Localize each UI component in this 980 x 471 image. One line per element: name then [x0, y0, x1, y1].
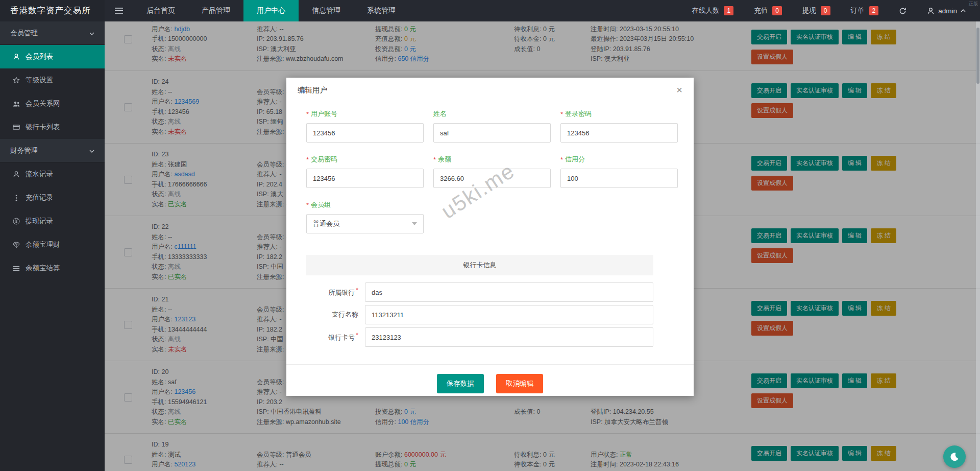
refresh-icon[interactable] — [899, 7, 906, 15]
list-icon — [12, 266, 20, 271]
stat-badge: 1 — [724, 6, 733, 15]
modal-title: 编辑用户 — [298, 85, 327, 95]
form-label: *会员组 — [306, 200, 424, 209]
nav-stat-在线人数[interactable]: 在线人数1 — [692, 6, 733, 15]
sidebar-item-余额宝理财[interactable]: 余额宝理财 — [0, 233, 105, 256]
user-name: admin — [938, 7, 957, 15]
card-icon — [12, 124, 20, 130]
sidebar-item-等级设置[interactable]: 等级设置 — [0, 68, 105, 92]
user-menu[interactable]: admin — [927, 7, 966, 15]
form-label: *用户账号 — [306, 109, 424, 119]
dots-icon — [12, 195, 20, 201]
sidebar-item-银行卡列表[interactable]: 银行卡列表 — [0, 115, 105, 139]
form-label: 姓名 — [433, 109, 551, 119]
modal-header: 编辑用户 × — [286, 78, 694, 102]
stat-label: 充值 — [754, 6, 768, 15]
bank-section-header: 银行卡信息 — [306, 255, 653, 275]
stat-label: 订单 — [851, 6, 865, 15]
scrollbar-track[interactable] — [976, 21, 980, 471]
app-logo: 香港数字资产交易所 — [0, 0, 105, 21]
save-button[interactable]: 保存数据 — [437, 374, 484, 393]
bank-field-branch-name: 支行名称 — [306, 305, 674, 324]
required-asterisk: * — [560, 110, 563, 118]
bank-name-input[interactable] — [365, 282, 653, 302]
user-icon — [12, 53, 20, 60]
select-value: 普通会员 — [313, 219, 339, 228]
sidebar-group-财务管理[interactable]: 财务管理 — [0, 139, 105, 162]
nav-item-系统管理[interactable]: 系统管理 — [354, 0, 409, 21]
form-label: *登录密码 — [560, 109, 678, 119]
form-field-login-password: *登录密码 — [560, 109, 678, 143]
chevron-down-icon — [89, 29, 94, 37]
sidebar-item-流水记录[interactable]: 流水记录 — [0, 162, 105, 186]
nav-item-用户中心[interactable]: 用户中心 — [243, 0, 299, 21]
users-icon — [12, 101, 20, 107]
user-account-input[interactable] — [306, 123, 424, 143]
member-group-select[interactable]: 普通会员 — [306, 214, 424, 233]
sidebar-item-会员关系网[interactable]: 会员关系网 — [0, 92, 105, 115]
chevron-up-icon — [961, 9, 966, 12]
close-icon[interactable]: × — [676, 85, 682, 95]
form-label: *余额 — [433, 155, 551, 164]
nav-stats: 在线人数1充值0提现0订单2 — [692, 6, 878, 15]
form-field-credit-score: *信用分 — [560, 155, 678, 188]
nav-stat-充值[interactable]: 充值0 — [754, 6, 782, 15]
sidebar-group-会员管理[interactable]: 会员管理 — [0, 21, 105, 45]
stat-badge: 2 — [869, 6, 879, 15]
nav-item-产品管理[interactable]: 产品管理 — [188, 0, 243, 21]
stat-label: 提现 — [802, 6, 816, 15]
moon-icon — [949, 452, 960, 462]
sidebar-group-label: 会员管理 — [10, 29, 38, 38]
menu-toggle-icon[interactable] — [105, 0, 133, 21]
sidebar-item-充值记录[interactable]: 充值记录 — [0, 186, 105, 209]
sidebar-item-label: 银行卡列表 — [26, 123, 60, 132]
card-number-input[interactable] — [365, 327, 653, 347]
required-asterisk: * — [306, 110, 309, 118]
form-field-balance: *余额 — [433, 155, 551, 188]
credit-score-input[interactable] — [560, 169, 678, 188]
modal-fields: *用户账号姓名*登录密码*交易密码*余额*信用分 — [306, 109, 674, 188]
login-password-input[interactable] — [560, 123, 678, 143]
user-icon — [927, 7, 935, 15]
star-icon — [12, 77, 20, 84]
sidebar-item-会员列表[interactable]: 会员列表 — [0, 45, 105, 68]
required-asterisk: * — [433, 156, 436, 163]
sidebar-item-label: 提现记录 — [26, 217, 53, 226]
bank-label: 所属银行* — [306, 287, 365, 297]
real-name-input[interactable] — [433, 123, 551, 143]
required-asterisk: * — [356, 287, 358, 294]
scrollbar-thumb[interactable] — [976, 28, 979, 84]
corner-mark: 正版 — [969, 1, 978, 7]
sidebar-item-label: 流水记录 — [26, 170, 53, 179]
sidebar-item-label: 余额宝理财 — [26, 240, 60, 249]
required-asterisk: * — [306, 201, 309, 209]
user-icon — [12, 171, 20, 178]
nav-stat-订单[interactable]: 订单2 — [851, 6, 879, 15]
bank-fields: 所属银行*支行名称银行卡号* — [306, 282, 674, 347]
theme-toggle-button[interactable] — [943, 445, 966, 468]
gem-icon — [12, 242, 20, 248]
form-field-user-account: *用户账号 — [306, 109, 424, 143]
branch-name-input[interactable] — [365, 305, 653, 324]
cancel-button[interactable]: 取消编辑 — [496, 374, 543, 393]
stat-label: 在线人数 — [692, 6, 719, 15]
bank-label: 支行名称 — [306, 310, 365, 319]
sidebar-item-余额宝结算[interactable]: 余额宝结算 — [0, 256, 105, 280]
sidebar-item-提现记录[interactable]: 提现记录 — [0, 209, 105, 233]
form-label: *交易密码 — [306, 155, 424, 164]
required-asterisk: * — [306, 156, 309, 163]
trade-password-input[interactable] — [306, 169, 424, 188]
sidebar-item-label: 等级设置 — [26, 76, 53, 85]
nav-item-信息管理[interactable]: 信息管理 — [299, 0, 354, 21]
nav-stat-提现[interactable]: 提现0 — [802, 6, 830, 15]
nav-item-后台首页[interactable]: 后台首页 — [133, 0, 188, 21]
member-group-field: *会员组普通会员 — [306, 200, 424, 233]
balance-input[interactable] — [433, 169, 551, 188]
yen-icon — [12, 218, 20, 225]
sidebar-item-label: 余额宝结算 — [26, 264, 60, 273]
required-asterisk: * — [560, 156, 563, 163]
form-field-real-name: 姓名 — [433, 109, 551, 143]
bank-field-bank-name: 所属银行* — [306, 282, 674, 302]
nav-right: 在线人数1充值0提现0订单2 admin — [692, 0, 980, 21]
top-navbar: 香港数字资产交易所 后台首页产品管理用户中心信息管理系统管理 在线人数1充值0提… — [0, 0, 980, 21]
